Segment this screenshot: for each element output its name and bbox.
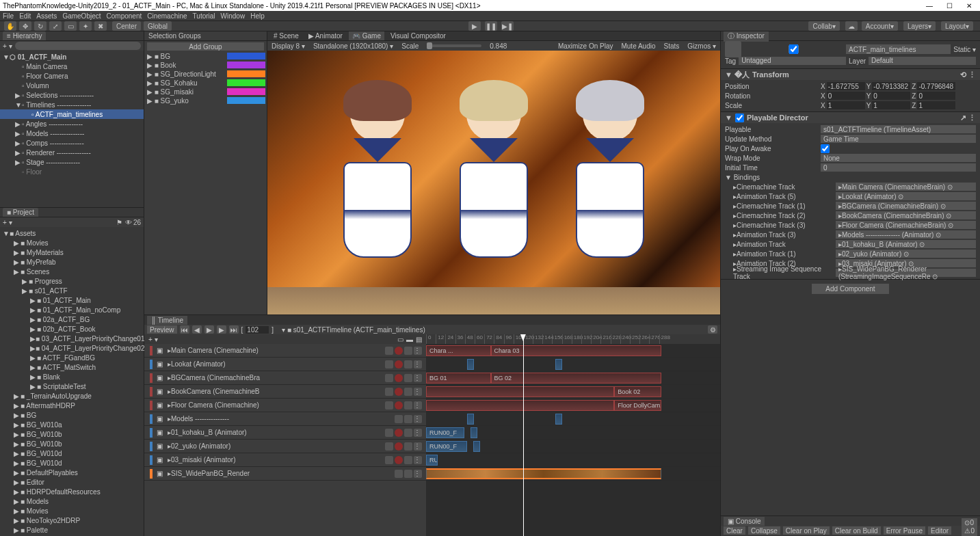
play-button[interactable]: ▶ <box>468 21 481 31</box>
hierarchy-item[interactable]: ▶▫ Angles --------------- <box>0 119 144 129</box>
project-item[interactable]: ▶■ BG_W010d <box>0 458 144 468</box>
tl-prev[interactable]: ◀ <box>192 325 202 334</box>
project-item[interactable]: ▶■ MyMaterials <box>0 247 144 257</box>
binding-field[interactable]: ▸Models --------------- (Animator) ⊙ <box>836 230 976 239</box>
timeline-track[interactable]: ▣▸03_misaki (Animator)⋮ <box>144 453 426 467</box>
timeline-track[interactable]: ▣▸SIS_WidePanBG_Render⋮ <box>144 467 426 481</box>
timeline-tab[interactable]: ║ Timeline <box>147 316 187 325</box>
aspect-dropdown[interactable]: Standalone (1920x1080) ▾ <box>313 42 393 50</box>
timeline-clip[interactable] <box>426 400 614 411</box>
inspector-tab[interactable]: ⓘ Inspector <box>724 31 769 42</box>
project-item[interactable]: ▶■ ACTF_FGandBG <box>0 353 144 362</box>
timeline-clip[interactable] <box>555 359 562 370</box>
project-item[interactable]: ▶■ 04_ACTF_LayerPriorityChange02 <box>0 343 144 353</box>
timeline-track[interactable]: ▣▸02_yuko (Animator)⋮ <box>144 440 426 453</box>
position-z[interactable] <box>917 82 955 90</box>
project-item[interactable]: ▶■ s01_ACTF <box>0 286 144 295</box>
playable-director-header[interactable]: ▼ Playable Director↗ ⋮ <box>721 112 980 123</box>
tl-settings-icon[interactable]: ⚙ <box>708 325 717 334</box>
timeline-clip[interactable]: Chara ... <box>426 345 491 356</box>
timeline-clip[interactable] <box>471 427 477 438</box>
project-item[interactable]: ▶■ Blank <box>0 372 144 381</box>
project-item[interactable]: ▶■ BG <box>0 410 144 420</box>
hierarchy-item[interactable]: ▫ Volumn <box>0 81 144 90</box>
timeline-clip[interactable]: Chara 03 <box>491 345 661 356</box>
window-minimize[interactable]: — <box>926 2 933 10</box>
tab-visual-compositor[interactable]: Visual Compositor <box>387 31 449 40</box>
tl-edit-mode-3[interactable]: ▤ <box>416 336 422 343</box>
scale-slider[interactable] <box>427 44 481 47</box>
timeline-clip[interactable] <box>467 359 474 370</box>
timeline-clip[interactable] <box>555 414 562 425</box>
project-filter-icon[interactable]: ⚑ <box>116 219 122 226</box>
director-playable[interactable]: s01_ACTFTimeline (TimelineAsset) <box>821 125 976 133</box>
project-item[interactable]: ▶■ MyPrefab <box>0 257 144 267</box>
project-item[interactable]: ▶■ Editor <box>0 477 144 487</box>
console-clear[interactable]: Clear <box>724 526 745 535</box>
timeline-track[interactable]: ▣▸Lookat (Animator)⋮ <box>144 358 426 371</box>
timeline-track[interactable]: ▣▸Floor Camera (Cinemachine)⋮ <box>144 399 426 412</box>
custom-tool[interactable]: ✖ <box>94 21 107 31</box>
gameobject-active-checkbox[interactable] <box>744 44 843 54</box>
hierarchy-item[interactable]: ▼▫ Timelines --------------- <box>0 100 144 109</box>
gameobject-icon[interactable] <box>725 41 741 57</box>
rect-tool[interactable]: ▭ <box>64 21 77 31</box>
static-dropdown[interactable]: Static ▾ <box>953 46 976 53</box>
console-collapse[interactable]: Collapse <box>748 526 780 535</box>
scale-x[interactable] <box>827 101 865 109</box>
timeline-clip[interactable]: Floor DollyCam2 <box>614 400 661 411</box>
step-button[interactable]: ▶❚ <box>501 21 514 31</box>
project-hidden-icon[interactable]: 👁 <box>125 219 132 226</box>
layout-dropdown[interactable]: Layout ▾ <box>941 21 973 31</box>
hierarchy-item[interactable]: ▶▫ Stage --------------- <box>0 157 144 167</box>
scale-y[interactable] <box>872 101 910 109</box>
tl-next[interactable]: ▶ <box>217 325 226 334</box>
window-close[interactable]: ✕ <box>966 2 972 10</box>
project-create[interactable]: + ▾ <box>3 219 12 226</box>
rotation-y[interactable] <box>872 92 910 100</box>
transform-component-header[interactable]: ▼ �人 Transform⟲ ⋮ <box>721 69 980 80</box>
tab-scene[interactable]: # Scene <box>270 31 302 40</box>
project-item[interactable]: ▶■ _TerrainAutoUpgrade <box>0 391 144 401</box>
menu-edit[interactable]: Edit <box>19 12 31 20</box>
timeline-track[interactable]: ▣▸Main Camera (Cinemachine)⋮ <box>144 344 426 358</box>
gizmos-dropdown[interactable]: Gizmos ▾ <box>687 42 716 50</box>
add-component-button[interactable]: Add Component <box>812 284 888 294</box>
timeline-clip[interactable] <box>467 414 474 425</box>
timeline-clip[interactable]: RUN00_F <box>426 441 467 452</box>
binding-field[interactable]: ▸Main Camera (CinemachineBrain) ⊙ <box>836 183 976 191</box>
hierarchy-item[interactable]: ▫ Floor <box>0 167 144 176</box>
project-item[interactable]: ▶■ ACTF_MatSwitch <box>0 362 144 372</box>
menu-file[interactable]: File <box>3 12 14 20</box>
project-item[interactable]: ▶■ Movies <box>0 238 144 247</box>
selection-group-item[interactable]: ▶ ■ BG <box>144 52 267 61</box>
hierarchy-item[interactable]: ▶▫ Selections --------------- <box>0 90 144 100</box>
timeline-track[interactable]: ▣▸01_kohaku_B (Animator)⋮ <box>144 426 426 440</box>
selection-group-item[interactable]: ▶ ■ SG_yuko <box>144 96 267 105</box>
project-item[interactable]: ▶■ BG_W010b <box>0 439 144 448</box>
director-update-method[interactable]: Game Time <box>821 135 976 143</box>
menu-component[interactable]: Component <box>107 12 142 20</box>
cloud-icon[interactable]: ☁ <box>845 21 858 31</box>
timeline-asset-dropdown[interactable]: ▾ ■ s01_ACTFTimeline (ACTF_main_timeline… <box>282 326 425 334</box>
menu-assets[interactable]: Assets <box>36 12 57 20</box>
selection-group-item[interactable]: ▶ ■ SG_DirectionLight <box>144 70 267 79</box>
tab-animator[interactable]: ▶ Animator <box>305 31 346 40</box>
project-item[interactable]: ▶■ BG_W010d <box>0 448 144 458</box>
director-wrap-mode[interactable]: None <box>821 154 976 162</box>
project-item[interactable]: ▶■ NeoTokyo2HDRP <box>0 515 144 525</box>
hierarchy-item[interactable]: ▶▫ Renderer --------------- <box>0 148 144 157</box>
selection-group-item[interactable]: ▶ ■ Book <box>144 61 267 70</box>
add-track-button[interactable]: + ▾ <box>148 336 158 343</box>
tl-play[interactable]: ▶ <box>204 325 214 334</box>
display-dropdown[interactable]: Display 8 ▾ <box>272 42 305 50</box>
menu-help[interactable]: Help <box>250 12 265 20</box>
hierarchy-item[interactable]: ▫ Floor Camera <box>0 71 144 81</box>
window-maximize[interactable]: ☐ <box>946 2 953 10</box>
transform-tool[interactable]: ✦ <box>79 21 92 31</box>
console-clear-on-build[interactable]: Clear on Build <box>832 526 881 535</box>
timeline-track[interactable]: ▣▸Models ---------------⋮ <box>144 412 426 426</box>
hierarchy-item[interactable]: ▶▫ Models --------------- <box>0 129 144 138</box>
project-item[interactable]: ▶■ Models <box>0 496 144 506</box>
timeline-clip[interactable]: RUN00_F <box>426 455 438 466</box>
